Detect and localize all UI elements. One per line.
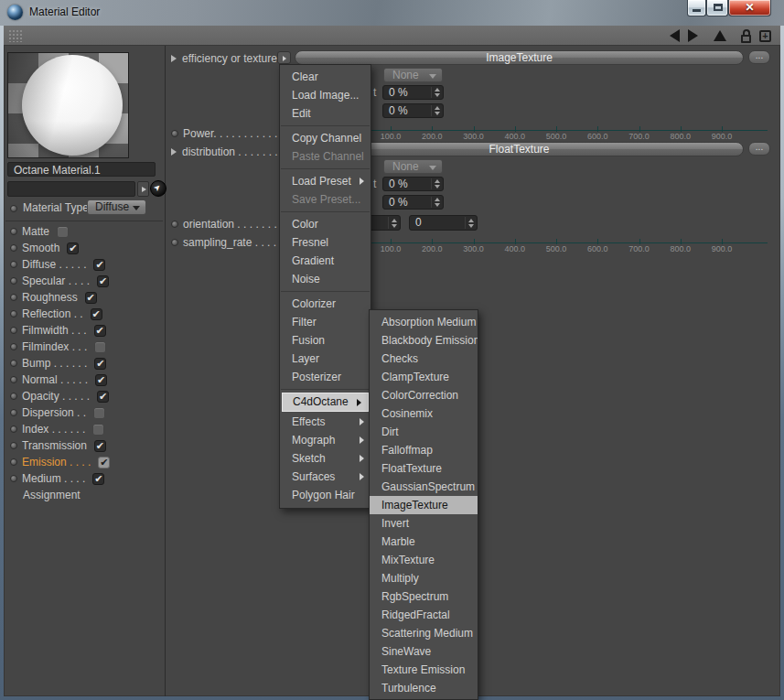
- floattexture-title: FloatTexture: [489, 143, 549, 156]
- menu-item-invert[interactable]: Invert: [370, 514, 478, 533]
- material-name-field[interactable]: Octane Material.1: [7, 162, 156, 177]
- menu-item-falloffmap[interactable]: Falloffmap: [370, 441, 478, 459]
- spinner-arrows-icon[interactable]: [431, 87, 442, 98]
- channel-checkbox-transmission[interactable]: ✔: [94, 440, 106, 452]
- add-button[interactable]: +: [759, 30, 771, 42]
- assignment-label[interactable]: Assignment: [23, 489, 81, 501]
- ruler-tick-label: 400.0: [504, 132, 525, 141]
- menu-item-surfaces[interactable]: Surfaces: [280, 468, 371, 486]
- channel-checkbox-reflection[interactable]: ✔: [91, 308, 102, 320]
- menu-item-scattering-medium[interactable]: Scattering Medium: [370, 624, 478, 642]
- spinner-arrows-icon[interactable]: [431, 178, 442, 189]
- efficiency-label: efficiency or texture: [182, 52, 277, 65]
- channel-checkbox-filmwidth[interactable]: ✔: [94, 325, 106, 337]
- menu-item-copy-channel[interactable]: Copy Channel: [280, 129, 371, 147]
- floattexture-none-dropdown[interactable]: None: [383, 159, 443, 174]
- menu-item-fusion[interactable]: Fusion: [280, 331, 371, 350]
- menu-item-dirt[interactable]: Dirt: [370, 423, 478, 441]
- menu-item-color[interactable]: Color: [280, 215, 371, 233]
- menu-item-floattexture[interactable]: FloatTexture: [370, 459, 478, 478]
- channel-checkbox-smooth[interactable]: ✔: [67, 242, 79, 254]
- menu-item-turbulence[interactable]: Turbulence: [370, 679, 478, 697]
- menu-item-clamptexture[interactable]: ClampTexture: [370, 368, 478, 386]
- distribution-label: distribution . . . . . . . . .: [182, 145, 290, 158]
- menu-item-marble[interactable]: Marble: [370, 533, 478, 551]
- channel-checkbox-filmindex[interactable]: [94, 341, 106, 353]
- channel-checkbox-roughness[interactable]: ✔: [85, 292, 97, 304]
- menu-item-effects[interactable]: Effects: [280, 413, 371, 431]
- floattexture-mix2-spinner[interactable]: 0 %: [382, 195, 444, 210]
- sampling-rate-label: sampling_rate . . . . .: [183, 236, 283, 249]
- menu-item-checks[interactable]: Checks: [370, 350, 478, 368]
- menu-item-absorption-medium[interactable]: Absorption Medium: [370, 313, 478, 331]
- spinner-arrows-icon[interactable]: [431, 197, 442, 208]
- menu-item-imagetexture[interactable]: ImageTexture: [370, 496, 478, 514]
- floattexture-value-spinner[interactable]: 0: [409, 215, 478, 231]
- lock-icon[interactable]: [740, 29, 751, 43]
- imagetexture-mix-spinner[interactable]: 0 %: [382, 85, 444, 100]
- menu-item-posterizer[interactable]: Posterizer: [280, 368, 371, 386]
- texture-menu-button[interactable]: [277, 51, 291, 64]
- imagetexture-header-bar[interactable]: ImageTexture: [295, 50, 744, 65]
- menu-item-gaussianspectrum[interactable]: GaussianSpectrum: [370, 478, 478, 496]
- imagetexture-mix2-spinner[interactable]: 0 %: [382, 103, 444, 118]
- minimize-button[interactable]: [687, 0, 706, 16]
- menu-item-colorizer[interactable]: Colorizer: [280, 295, 371, 313]
- material-preview[interactable]: [7, 52, 129, 158]
- channel-checkbox-bump[interactable]: ✔: [94, 358, 106, 370]
- material-type-dropdown[interactable]: Diffuse: [87, 199, 146, 215]
- menu-item-mograph[interactable]: Mograph: [280, 431, 371, 449]
- menu-item-sinewave[interactable]: SineWave: [370, 642, 478, 661]
- chevron-down-icon: [429, 74, 436, 79]
- imagetexture-none-dropdown[interactable]: None: [383, 68, 443, 82]
- distribution-expander-icon[interactable]: [171, 148, 177, 156]
- menu-item-load-preset[interactable]: Load Preset: [280, 172, 371, 190]
- floattexture-more-button[interactable]: ...: [748, 142, 770, 156]
- pick-button[interactable]: ➤: [150, 180, 166, 197]
- imagetexture-more-button[interactable]: ...: [748, 50, 770, 64]
- channel-checkbox-opacity[interactable]: ✔: [97, 391, 109, 403]
- menu-item-mixtexture[interactable]: MixTexture: [370, 551, 478, 569]
- drag-grip-icon[interactable]: [8, 29, 22, 42]
- channel-checkbox-specular[interactable]: ✔: [97, 275, 109, 287]
- menu-item-fresnel[interactable]: Fresnel: [280, 233, 371, 252]
- back-icon[interactable]: [670, 29, 680, 42]
- menu-item-blackbody-emission[interactable]: Blackbody Emission: [370, 331, 478, 350]
- channel-checkbox-dispersion[interactable]: [93, 407, 105, 419]
- menu-item-colorcorrection[interactable]: ColorCorrection: [370, 386, 478, 404]
- menu-item-filter[interactable]: Filter: [280, 313, 371, 331]
- channel-checkbox-diffuse[interactable]: ✔: [93, 259, 105, 271]
- menu-item-cosinemix[interactable]: Cosinemix: [370, 404, 478, 423]
- channel-checkbox-medium[interactable]: ✔: [92, 473, 104, 485]
- menu-item-noise[interactable]: Noise: [280, 270, 371, 288]
- channel-checkbox-matte[interactable]: [57, 226, 69, 238]
- menu-item-sketch[interactable]: Sketch: [280, 449, 371, 468]
- channel-checkbox-normal[interactable]: ✔: [95, 374, 107, 386]
- titlebar[interactable]: Material Editor: [0, 0, 784, 26]
- menu-item-ridgedfractal[interactable]: RidgedFractal: [370, 606, 478, 624]
- menu-item-c4doctane[interactable]: C4dOctane: [282, 393, 369, 412]
- script-expand-button[interactable]: [137, 181, 149, 197]
- close-button[interactable]: ✕: [728, 0, 771, 16]
- ruler-tick-label: 100.0: [381, 244, 402, 253]
- spinner-arrows-icon[interactable]: [388, 217, 399, 229]
- spinner-arrows-icon[interactable]: [431, 105, 442, 116]
- script-field[interactable]: [7, 181, 135, 197]
- menu-item-clear[interactable]: Clear: [280, 68, 371, 86]
- forward-icon[interactable]: [688, 29, 698, 42]
- menu-item-polygon-hair[interactable]: Polygon Hair: [280, 486, 371, 504]
- menu-item-layer[interactable]: Layer: [280, 350, 371, 368]
- menu-item-gradient[interactable]: Gradient: [280, 252, 371, 270]
- maximize-button[interactable]: [706, 0, 728, 16]
- efficiency-expander-icon[interactable]: [171, 55, 177, 62]
- menu-item-multiply[interactable]: Multiply: [370, 569, 478, 587]
- channel-checkbox-emission[interactable]: ✔: [98, 457, 110, 468]
- floattexture-mix-spinner[interactable]: 0 %: [382, 177, 444, 191]
- spinner-arrows-icon[interactable]: [465, 217, 476, 229]
- channel-checkbox-index[interactable]: [92, 424, 104, 436]
- menu-item-edit[interactable]: Edit: [280, 104, 371, 123]
- menu-item-load-image-[interactable]: Load Image...: [280, 86, 371, 104]
- menu-item-rgbspectrum[interactable]: RgbSpectrum: [370, 587, 478, 606]
- up-icon[interactable]: [714, 30, 726, 41]
- menu-item-texture-emission[interactable]: Texture Emission: [370, 661, 478, 679]
